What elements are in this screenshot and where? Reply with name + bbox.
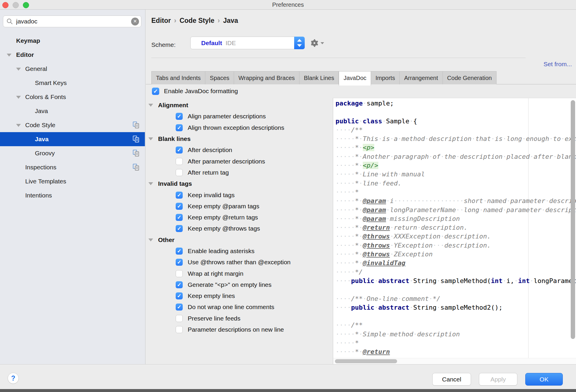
tab-wrapping-and-braces[interactable]: Wrapping and Braces <box>234 71 299 84</box>
set-from-link[interactable]: Set from... <box>543 61 572 68</box>
checkbox-keep-invalid-tags[interactable] <box>176 192 183 199</box>
modified-settings-icon <box>133 164 140 171</box>
whitespace-dots: · <box>359 197 362 204</box>
checkbox-after-description[interactable] <box>176 146 183 154</box>
search-icon <box>6 18 13 25</box>
whitespace-dots: · <box>503 135 506 142</box>
section-collapse-arrow-icon[interactable] <box>148 137 153 140</box>
code-line: package·sample; <box>336 99 576 108</box>
enable-javadoc-checkbox[interactable] <box>152 88 159 95</box>
whitespace-dots: · <box>417 224 421 231</box>
whitespace-dots: · <box>456 153 460 160</box>
whitespace-dots: · <box>390 242 394 249</box>
checkbox-preserve-line-feeds[interactable] <box>176 315 183 322</box>
option-row-generate-p-on-empty-lines: Generate "<p>" on empty lines <box>146 279 333 290</box>
search-input[interactable] <box>3 16 141 27</box>
checkbox-wrap-at-right-margin[interactable] <box>176 270 183 277</box>
clear-search-icon[interactable]: ✕ <box>131 18 139 25</box>
sidebar-item-inspections[interactable]: Inspections <box>0 160 145 174</box>
sidebar-item-keymap[interactable]: Keymap <box>0 34 145 48</box>
section-collapse-arrow-icon[interactable] <box>148 182 153 185</box>
checkbox-keep-empty-param-tags[interactable] <box>176 203 183 210</box>
whitespace-dots: ···· <box>336 295 351 302</box>
checkbox-use-throws-rather-than-exception[interactable] <box>176 259 183 266</box>
section-header-other[interactable]: Other <box>146 234 333 246</box>
option-label: After parameter descriptions <box>188 158 265 165</box>
section-collapse-arrow-icon[interactable] <box>148 238 153 241</box>
apply-button[interactable]: Apply <box>479 373 517 386</box>
breadcrumb-separator: › <box>214 17 223 24</box>
checkbox-after-parameter-descriptions[interactable] <box>176 158 183 165</box>
section-collapse-arrow-icon[interactable] <box>148 104 153 107</box>
tab-spaces[interactable]: Spaces <box>205 71 234 84</box>
cancel-button[interactable]: Cancel <box>432 373 471 386</box>
checkbox-after-return-tag[interactable] <box>176 169 183 176</box>
checkbox-keep-empty-return-tags[interactable] <box>176 214 183 221</box>
sidebar-item-editor[interactable]: Editor <box>0 48 145 62</box>
checkbox-align-parameter-descriptions[interactable] <box>176 113 183 120</box>
whitespace-dots: ·················· <box>394 197 464 204</box>
sidebar-item-colors-fonts[interactable]: Colors & Fonts <box>0 90 145 104</box>
whitespace-dots: · <box>386 197 390 204</box>
checkbox-do-not-wrap-one-line-comments[interactable] <box>176 304 183 311</box>
horizontal-scrollbar[interactable] <box>335 359 397 363</box>
checkbox-align-thrown-exception-descriptions[interactable] <box>176 124 183 131</box>
vertical-scrollbar[interactable] <box>571 100 575 339</box>
settings-tree: KeymapEditorGeneralSmart KeysColors & Fo… <box>0 34 145 202</box>
checkbox-parameter-descriptions-on-new-line[interactable] <box>176 326 183 333</box>
whitespace-dots: · <box>374 304 378 311</box>
scheme-dropdown[interactable]: DefaultIDE <box>190 37 305 49</box>
tab-arrangement[interactable]: Arrangement <box>400 71 443 84</box>
whitespace-dots: · <box>541 206 545 214</box>
whitespace-dots: · <box>483 197 487 204</box>
tree-collapse-arrow-icon[interactable] <box>16 96 21 99</box>
whitespace-dots: · <box>553 153 557 160</box>
dropdown-stepper-icon[interactable] <box>294 37 305 49</box>
option-label: Enable leading asterisks <box>188 248 255 255</box>
whitespace-dots: · <box>436 277 440 284</box>
option-row-keep-empty-param-tags: Keep empty @param tags <box>146 201 333 212</box>
tab-imports[interactable]: Imports <box>371 71 400 84</box>
tab-tabs-and-indents[interactable]: Tabs and Indents <box>151 71 205 84</box>
tree-collapse-arrow-icon[interactable] <box>7 54 11 57</box>
checkbox-generate-p-on-empty-lines[interactable] <box>176 281 183 288</box>
breadcrumb-code-style[interactable]: Code Style <box>179 17 214 24</box>
whitespace-dots: · <box>479 206 483 214</box>
checkbox-keep-empty-lines[interactable] <box>176 292 183 299</box>
sidebar-item-code-style[interactable]: Code Style <box>0 118 145 132</box>
code-line: ·····*·@throws·ZException <box>336 250 576 259</box>
whitespace-dots: · <box>390 135 394 142</box>
sidebar-item-live-templates[interactable]: Live Templates <box>0 174 145 188</box>
tree-collapse-arrow-icon[interactable] <box>16 68 21 71</box>
search-field-wrap: ✕ <box>3 16 141 27</box>
whitespace-dots: · <box>390 250 394 258</box>
checkbox-keep-empty-throws-tags[interactable] <box>176 225 183 232</box>
sidebar-item-intentions[interactable]: Intentions <box>0 188 145 202</box>
sidebar-item-java[interactable]: Java <box>0 132 145 146</box>
tab-javadoc[interactable]: JavaDoc <box>339 71 371 86</box>
section-header-alignment[interactable]: Alignment <box>146 100 333 111</box>
ok-button[interactable]: OK <box>525 373 563 386</box>
checkbox-enable-leading-asterisks[interactable] <box>176 248 183 255</box>
whitespace-dots: ····· <box>336 171 355 178</box>
option-label: Generate "<p>" on empty lines <box>188 281 272 288</box>
section-header-invalid-tags[interactable]: Invalid tags <box>146 178 333 189</box>
whitespace-dots: · <box>359 180 362 187</box>
sidebar-item-smart-keys[interactable]: Smart Keys <box>0 76 145 90</box>
option-row-keep-invalid-tags: Keep invalid tags <box>146 189 333 200</box>
tree-collapse-arrow-icon[interactable] <box>16 124 21 127</box>
scheme-actions-button[interactable] <box>311 39 326 47</box>
breadcrumb-editor[interactable]: Editor <box>151 17 171 24</box>
section-header-blank-lines[interactable]: Blank lines <box>146 133 333 144</box>
help-button[interactable]: ? <box>8 373 19 384</box>
whitespace-dots: · <box>359 224 362 231</box>
option-row-preserve-line-feeds: Preserve line feeds <box>146 313 333 324</box>
sidebar-item-java[interactable]: Java <box>0 104 145 118</box>
tab-code-generation[interactable]: Code Generation <box>443 71 497 84</box>
whitespace-dots: ····· <box>336 188 355 196</box>
sidebar-item-groovy[interactable]: Groovy <box>0 146 145 160</box>
tab-blank-lines[interactable]: Blank Lines <box>299 71 339 84</box>
window-bottom-edge <box>0 389 576 392</box>
whitespace-dots: ····· <box>336 135 355 142</box>
sidebar-item-general[interactable]: General <box>0 62 145 76</box>
